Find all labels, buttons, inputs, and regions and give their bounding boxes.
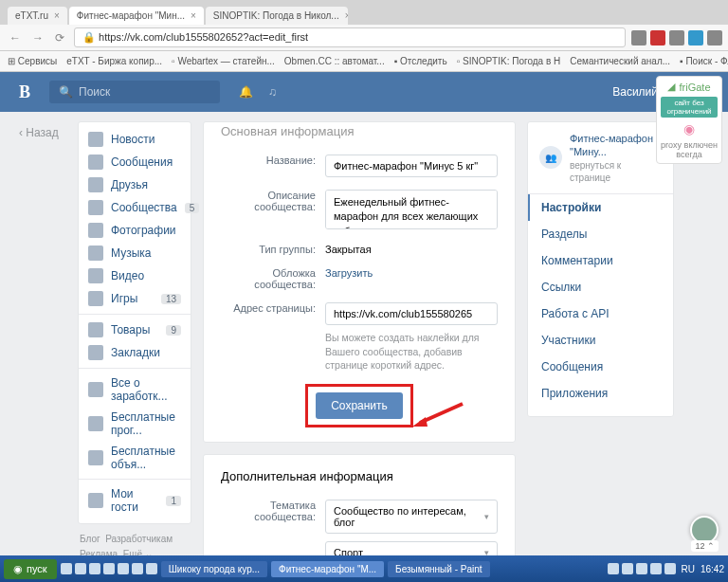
news-icon [88,132,103,147]
nav-links[interactable]: Ссылки [528,274,673,300]
language-indicator[interactable]: RU [682,564,695,574]
bookmark-item[interactable]: ▫ Webartex — статейн... [172,56,275,66]
menu-bookmarks[interactable]: Закладки [79,341,191,364]
back-link[interactable]: ‹ Назад [19,126,59,139]
close-icon[interactable]: × [191,10,196,21]
menu-video[interactable]: Видео [79,264,191,287]
bookmark-item[interactable]: eTXT - Биржа копир... [66,56,162,66]
market-icon [88,322,103,337]
quick-launch[interactable] [61,563,157,574]
url-input[interactable]: 🔒 https://vk.com/club1555802652?act=edit… [74,27,626,47]
frigate-widget[interactable]: ◢ friGate сайт без ограничений ◉ proxy в… [656,76,722,164]
address-hint: Вы можете создать наклейки для Вашего со… [325,331,498,373]
message-icon [88,155,103,170]
taskbar-item[interactable]: Фитнес-марафон "М... [271,561,384,577]
chevron-down-icon: ▾ [484,512,489,521]
highlight-annotation: Сохранить [305,384,413,427]
bookmark-item[interactable]: ▪ Отследить [394,56,447,66]
menu-photos[interactable]: Фотографии [79,219,191,242]
menu-app[interactable]: Бесплатные прог... [79,407,191,441]
reload-icon[interactable]: ⟳ [51,29,68,46]
bookmark-item[interactable]: ▪ Поиск - Флорист-X [680,56,728,66]
search-input[interactable]: 🔍 Поиск [49,81,220,103]
browser-tab[interactable]: eTXT.ru× [8,7,67,25]
games-icon [88,291,103,306]
menu-groups[interactable]: Сообщества5 [79,196,191,219]
apps-icon[interactable]: ⊞ Сервисы [8,56,57,66]
vk-logo-icon[interactable]: B [19,82,30,102]
desc-textarea[interactable]: Еженедельный фитнес-марафон для всех жел… [325,190,498,229]
topic-select-1[interactable]: Сообщество по интересам, блог▾ [325,500,498,534]
badge: 1 [166,496,181,506]
notifications-icon[interactable]: 🔔 [239,85,253,99]
username: Василий [612,85,658,99]
menu-app[interactable]: Бесплатные объя... [79,441,191,475]
footer-dev[interactable]: Разработчикам [105,534,173,544]
frigate-status: proxy включен всегда [661,140,718,159]
nav-comments[interactable]: Комментарии [528,247,673,274]
browser-tab[interactable]: Фитнес-марафон "Мин...× [69,7,204,25]
address-label: Адрес страницы: [221,298,325,314]
bookmark-item[interactable]: Obmen.CC :: автомат... [284,56,385,66]
system-tray: RU 16:42 [608,563,724,574]
settings-nav: 👥 Фитнес-марафон "Мину...вернуться к стр… [527,121,674,417]
frigate-button[interactable]: сайт без ограничений [661,97,718,118]
address-input[interactable] [325,302,498,325]
menu-guests[interactable]: Мои гости1 [79,483,191,518]
bookmark-item[interactable]: Семантический анал... [570,56,670,66]
desc-label: Описание сообщества: [221,185,325,212]
groups-icon [88,200,103,215]
clock[interactable]: 16:42 [701,564,724,574]
taskbar-item[interactable]: Шикоку порода кур... [161,561,267,577]
nav-members[interactable]: Участники [528,327,673,354]
close-icon[interactable]: × [54,10,60,21]
app-icon [88,382,103,397]
forward-icon[interactable]: → [28,29,47,46]
browser-tab[interactable]: SINOPTIK: Погода в Никол...× [206,7,348,25]
app-icon [88,416,103,431]
tray-icons[interactable] [608,563,676,574]
friends-icon [88,177,103,192]
nav-apps[interactable]: Приложения [528,380,673,407]
lock-icon: 🔒 [82,31,96,43]
save-button[interactable]: Сохранить [316,392,403,419]
type-value: Закрытая [325,239,498,255]
name-label: Название: [221,150,325,166]
menu-friends[interactable]: Друзья [79,173,191,196]
menu-market[interactable]: Товары9 [79,318,191,341]
menu-app[interactable]: Все о заработк... [79,373,191,407]
close-icon[interactable]: × [345,10,348,21]
back-icon[interactable]: ← [6,29,25,46]
guests-icon [88,493,103,508]
nav-sections[interactable]: Разделы [528,221,673,247]
photos-icon [88,223,103,238]
topic-label: Тематика сообщества: [221,495,325,522]
upload-cover-link[interactable]: Загрузить [325,267,373,279]
extension-icons[interactable] [631,30,722,45]
cover-label: Обложка сообщества: [221,263,325,290]
type-label: Тип группы: [221,239,325,255]
nav-settings[interactable]: Настройки [528,194,673,221]
menu-games[interactable]: Игры13 [79,287,191,310]
bookmark-item[interactable]: ▫ SINOPTIK: Погода в Н [457,56,561,66]
menu-news[interactable]: Новости [79,128,191,151]
app-icon [88,450,103,465]
menu-messages[interactable]: Сообщения [79,151,191,173]
badge: 9 [166,325,181,336]
menu-music[interactable]: Музыка [79,242,191,264]
instagram-icon[interactable]: ◉ [661,121,718,136]
group-icon: 👥 [539,146,562,169]
nav-messages[interactable]: Сообщения [528,354,673,380]
chat-count: 12 ⌃ [691,540,719,552]
taskbar: ◉ пуск Шикоку порода кур... Фитнес-мараф… [0,555,728,582]
music-icon[interactable]: ♫ [268,85,277,99]
bookmarks-bar: ⊞ Сервисы eTXT - Биржа копир... ▫ Webart… [0,51,728,72]
name-input[interactable] [325,155,498,177]
group-header[interactable]: 👥 Фитнес-марафон "Мину...вернуться к стр… [528,132,673,194]
nav-api[interactable]: Работа с API [528,300,673,327]
browser-tabs: eTXT.ru× Фитнес-марафон "Мин...× SINOPTI… [0,0,728,25]
taskbar-item[interactable]: Безымянный - Paint [388,561,489,577]
badge: 5 [185,203,200,213]
start-button[interactable]: ◉ пуск [4,559,57,579]
footer-blog[interactable]: Блог [80,534,100,544]
